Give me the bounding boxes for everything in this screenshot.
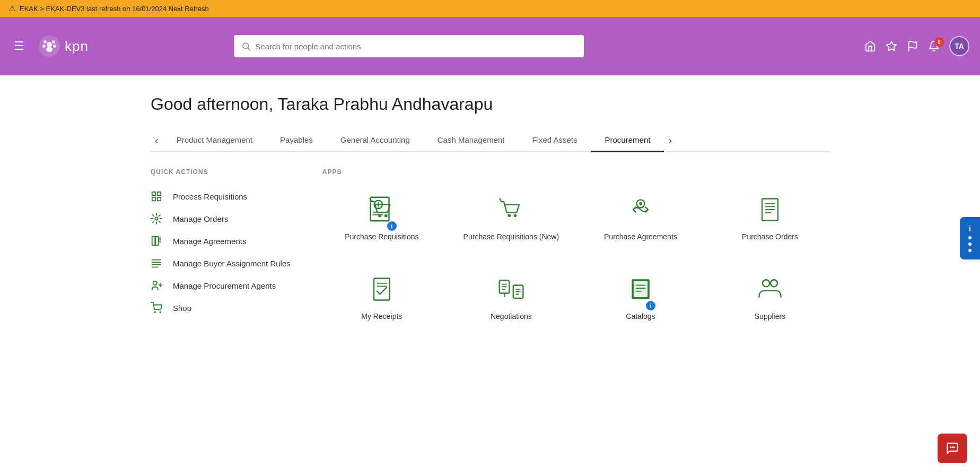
quick-action-process-requisitions[interactable]: Process Requisitions	[151, 185, 291, 207]
tab-next-button[interactable]: ›	[664, 132, 676, 149]
process-requisitions-icon	[151, 191, 165, 202]
header-right: 6 TA	[864, 36, 969, 56]
logo-text: kpn	[65, 38, 89, 55]
svg-point-30	[160, 311, 161, 313]
greeting-text: Good afternoon, Taraka Prabhu Andhavarap…	[151, 75, 829, 129]
svg-point-3	[43, 40, 47, 44]
app-tile-label: Purchase Orders	[742, 232, 798, 241]
favorites-button[interactable]	[886, 40, 897, 52]
svg-point-4	[52, 40, 55, 44]
home-button[interactable]	[864, 40, 876, 52]
header: ☰ 🐾 kpn	[0, 17, 980, 75]
apps-label: APPS	[322, 168, 829, 176]
purchase-orders-icon	[753, 193, 787, 227]
svg-marker-10	[887, 41, 896, 50]
quick-actions-panel: QUICK ACTIONS Process Requisitions Manag…	[151, 168, 291, 328]
tab-procurement[interactable]: Procurement	[591, 129, 664, 152]
apps-grid: Purchase Requisitions i Purchase Requisi…	[322, 185, 829, 328]
app-negotiations[interactable]: Negotiations	[452, 265, 571, 328]
manage-orders-icon	[151, 213, 165, 224]
svg-rect-48	[374, 279, 390, 300]
side-help-dot	[968, 243, 972, 246]
tab-prev-button[interactable]: ‹	[151, 132, 163, 149]
avatar[interactable]: TA	[949, 36, 969, 56]
quick-action-label: Shop	[173, 304, 191, 313]
negotiations-icon	[494, 272, 528, 306]
svg-line-40	[500, 198, 501, 202]
flag-button[interactable]	[907, 40, 918, 52]
svg-point-26	[153, 281, 157, 285]
info-badge-requisitions: i	[387, 221, 397, 231]
suppliers-icon	[753, 272, 787, 306]
svg-point-7	[46, 47, 52, 52]
svg-point-65	[771, 280, 777, 287]
svg-point-29	[154, 311, 155, 313]
app-my-receipts[interactable]: My Receipts	[322, 265, 441, 328]
tab-cash-management[interactable]: Cash Management	[424, 129, 519, 152]
app-tile-label: Purchase Requisitions	[345, 232, 418, 241]
side-help-panel[interactable]: i	[960, 217, 980, 259]
svg-point-36	[384, 214, 388, 218]
app-tile-label: My Receipts	[361, 311, 402, 321]
tab-fixed-assets[interactable]: Fixed Assets	[518, 129, 591, 152]
tab-product-management[interactable]: Product Management	[163, 129, 266, 152]
quick-action-label: Process Requisitions	[173, 192, 247, 201]
tab-general-accounting[interactable]: General Accounting	[327, 129, 424, 152]
side-help-dot	[968, 236, 972, 239]
purchase-requisitions-new-icon	[494, 193, 528, 227]
search-bar[interactable]	[234, 35, 584, 57]
app-purchase-orders[interactable]: Purchase Orders	[711, 185, 829, 249]
tab-payables[interactable]: Payables	[266, 129, 327, 152]
manage-agreements-icon	[151, 235, 165, 247]
apps-panel: APPS	[322, 168, 829, 328]
app-tile-label: Negotiations	[491, 311, 532, 321]
quick-actions-label: QUICK ACTIONS	[151, 168, 291, 176]
svg-line-9	[248, 48, 250, 50]
shop-icon	[151, 302, 165, 314]
notifications-button[interactable]: 6	[928, 40, 940, 52]
search-input[interactable]	[255, 42, 576, 51]
procurement-agents-icon	[151, 280, 165, 291]
side-help-dot	[968, 249, 972, 252]
hamburger-button[interactable]: ☰	[11, 36, 28, 56]
app-catalogs[interactable]: Catalogs i	[581, 265, 700, 328]
svg-point-39	[514, 214, 517, 217]
svg-point-64	[763, 280, 769, 287]
alert-bar: ⚠ EKAK > EKAK-DEV3 last refresh on 16/01…	[0, 0, 980, 17]
svg-point-6	[53, 45, 56, 48]
svg-rect-17	[152, 237, 155, 246]
quick-action-label: Manage Procurement Agents	[173, 281, 276, 290]
svg-point-16	[155, 217, 158, 220]
svg-point-42	[639, 202, 642, 205]
svg-rect-18	[155, 237, 159, 246]
app-suppliers[interactable]: Suppliers	[711, 265, 829, 328]
alert-text: EKAK > EKAK-DEV3 last refresh on 16/01/2…	[20, 5, 209, 13]
search-icon	[241, 41, 251, 51]
app-tile-label: Catalogs	[626, 311, 655, 321]
body-columns: QUICK ACTIONS Process Requisitions Manag…	[151, 168, 829, 328]
app-tile-label: Purchase Requisitions (New)	[463, 232, 559, 241]
svg-rect-12	[152, 192, 155, 195]
svg-rect-14	[158, 197, 161, 201]
purchase-agreements-icon	[624, 193, 658, 227]
app-purchase-requisitions-new[interactable]: Purchase Requisitions (New)	[452, 185, 571, 249]
svg-line-37	[370, 198, 372, 202]
quick-action-manage-buyer-rules[interactable]: Manage Buyer Assignment Rules	[151, 252, 291, 274]
app-purchase-requisitions[interactable]: Purchase Requisitions i	[322, 185, 441, 249]
quick-action-manage-orders[interactable]: Manage Orders	[151, 207, 291, 230]
quick-action-label: Manage Orders	[173, 214, 228, 223]
kpn-logo-icon: 🐾	[38, 35, 60, 57]
quick-action-label: Manage Agreements	[173, 237, 246, 246]
my-receipts-icon	[365, 272, 399, 306]
svg-point-35	[378, 214, 381, 218]
svg-rect-13	[158, 192, 161, 195]
quick-action-shop[interactable]: Shop	[151, 297, 291, 319]
main-content: Good afternoon, Taraka Prabhu Andhavarap…	[119, 75, 861, 350]
quick-action-manage-agreements[interactable]: Manage Agreements	[151, 230, 291, 252]
quick-action-manage-procurement-agents[interactable]: Manage Procurement Agents	[151, 274, 291, 297]
app-purchase-agreements[interactable]: Purchase Agreements	[581, 185, 700, 249]
app-tile-label: Suppliers	[755, 311, 785, 321]
warning-icon: ⚠	[8, 4, 15, 13]
tab-navigation: ‹ Product Management Payables General Ac…	[151, 129, 829, 152]
svg-point-5	[42, 45, 46, 48]
